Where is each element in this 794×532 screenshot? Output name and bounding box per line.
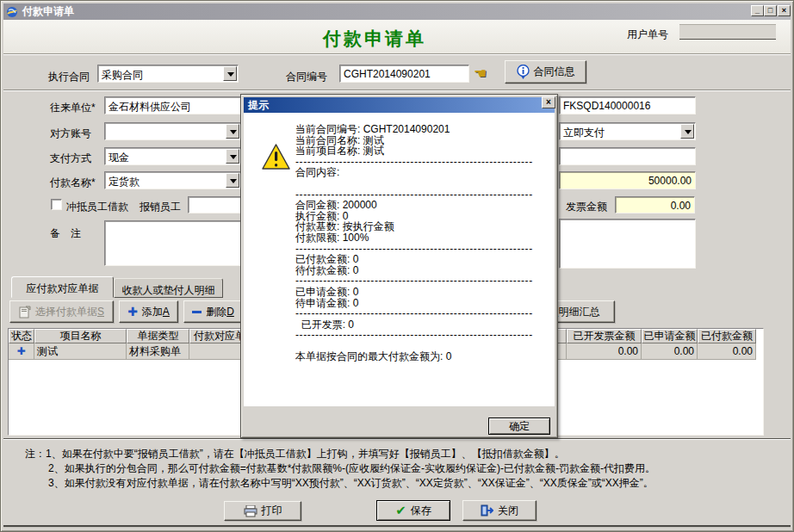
chevron-down-icon[interactable] bbox=[226, 124, 239, 139]
save-button[interactable]: ✔ 保存 bbox=[376, 500, 450, 521]
print-button[interactable]: 打印 bbox=[224, 501, 301, 521]
right-empty-input[interactable] bbox=[559, 147, 696, 165]
warning-icon bbox=[262, 144, 290, 170]
user-no-field[interactable] bbox=[679, 24, 776, 40]
app-icon bbox=[6, 6, 18, 18]
pay-name-select[interactable]: 定货款 bbox=[104, 171, 241, 189]
reimburse-label: 报销员工 bbox=[140, 200, 181, 214]
contract-info-button[interactable]: 合同信息 bbox=[505, 60, 586, 84]
dialog-title: 提示 bbox=[248, 98, 269, 113]
opponent-account-label: 对方账号 bbox=[50, 127, 91, 141]
note-line-3: 3、如果付款没有对应付款单据，请在付款名称中写明“XX预付款”、“XX订货款”、… bbox=[48, 476, 654, 491]
dialog-close-icon[interactable]: × bbox=[542, 96, 555, 108]
exit-door-icon bbox=[481, 504, 493, 517]
counterpart-input[interactable]: 金石材料供应公司 bbox=[104, 96, 241, 114]
contract-no-label: 合同编号 bbox=[286, 70, 327, 84]
info-icon bbox=[517, 65, 530, 79]
delete-button[interactable]: 删除D bbox=[183, 300, 243, 323]
close-form-button[interactable]: 关闭 bbox=[462, 500, 537, 521]
tab-payee-detail[interactable]: 收款人或垫付人明细 bbox=[114, 278, 223, 298]
dialog-titlebar[interactable]: 提示 bbox=[244, 97, 555, 113]
right-textarea[interactable] bbox=[559, 219, 696, 269]
opponent-account-select[interactable] bbox=[104, 122, 241, 140]
window-titlebar[interactable]: 付款申请单 bbox=[3, 3, 791, 20]
remark-textarea[interactable] bbox=[104, 220, 241, 266]
note-line-1: 注：1、如果在付款中要“报销员工借款”，请在【冲抵员工借款】上打钩，并填写好【报… bbox=[25, 447, 565, 461]
close-button[interactable]: × bbox=[778, 5, 791, 16]
pay-name-label: 付款名称* bbox=[50, 176, 96, 190]
row-status-plus-icon: ✚ bbox=[9, 343, 34, 360]
maximize-button[interactable]: □ bbox=[764, 5, 777, 16]
check-icon: ✔ bbox=[395, 503, 406, 518]
minimize-button[interactable]: _ bbox=[751, 5, 764, 16]
pay-method-label: 支付方式 bbox=[50, 152, 91, 166]
exec-contract-label: 执行合同 bbox=[48, 70, 90, 84]
pay-method-select[interactable]: 现金 bbox=[104, 147, 241, 165]
window-bottom-edge bbox=[3, 525, 791, 528]
divider bbox=[3, 90, 791, 91]
invoice-amount-input[interactable]: 0.00 bbox=[615, 196, 695, 213]
chevron-down-icon[interactable] bbox=[223, 66, 237, 81]
page-title: 付款申请单 bbox=[323, 27, 426, 51]
note-line-2: 2、如果执行的分包合同，那么可付款金额=付款基数*付款限额%-(应收履约保证金-… bbox=[48, 461, 655, 476]
dialog-body: 当前合同编号: CGHT2014090201 当前合同名称: 测试 当前项目名称… bbox=[244, 113, 555, 406]
ok-button[interactable]: 确定 bbox=[488, 418, 550, 435]
pay-timing-select[interactable]: 立即支付 bbox=[559, 122, 696, 140]
contract-no-input[interactable]: CGHT2014090201 bbox=[339, 65, 469, 83]
dialog-message: 当前合同编号: CGHT2014090201 当前合同名称: 测试 当前项目名称… bbox=[295, 124, 551, 362]
window-title: 付款申请单 bbox=[22, 4, 74, 19]
pay-amount-input[interactable]: 50000.00 bbox=[559, 171, 696, 189]
minus-icon bbox=[192, 311, 202, 313]
remark-label: 备 注 bbox=[50, 226, 81, 241]
request-no-input[interactable]: FKSQD140000016 bbox=[559, 96, 696, 114]
offset-loan-label: 冲抵员工借款 bbox=[66, 200, 128, 214]
hand-pointer-icon[interactable]: ☚ bbox=[474, 65, 487, 83]
payment-request-window: 付款申请单 _ □ × 付款申请单 用户单号 执行合同 采购合同 合同编号 CG… bbox=[0, 0, 794, 532]
exec-contract-select[interactable]: 采购合同 bbox=[97, 65, 239, 83]
chevron-down-icon[interactable] bbox=[680, 124, 694, 139]
user-no-label: 用户单号 bbox=[627, 28, 668, 42]
divider bbox=[3, 438, 791, 440]
printer-icon bbox=[244, 505, 257, 517]
tab-payable-documents[interactable]: 应付款对应单据 bbox=[11, 276, 114, 298]
plus-icon: ✚ bbox=[127, 305, 138, 319]
counterpart-label: 往来单位* bbox=[50, 101, 96, 115]
chevron-down-icon[interactable] bbox=[226, 149, 239, 164]
chevron-down-icon[interactable] bbox=[226, 173, 239, 188]
offset-loan-checkbox[interactable] bbox=[51, 199, 62, 210]
clipboard-icon bbox=[19, 306, 31, 319]
invoice-amount-label: 发票金额 bbox=[566, 200, 607, 214]
reimburse-input[interactable] bbox=[188, 196, 241, 213]
select-payment-doc-button[interactable]: 选择付款单据S bbox=[9, 300, 114, 323]
add-button[interactable]: ✚ 添加A bbox=[119, 300, 178, 323]
hint-dialog: 提示 × 当前合同编号: CGHT2014090201 当前合同名称: 测试 当… bbox=[240, 94, 558, 438]
